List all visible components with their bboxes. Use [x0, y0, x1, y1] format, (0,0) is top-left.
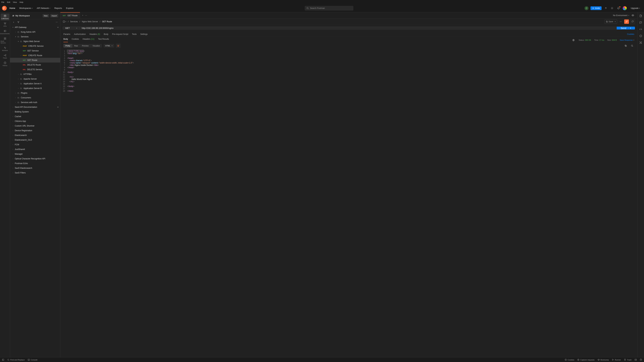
tree-app-b[interactable]: ›🗀Application Server B: [10, 86, 60, 91]
resize-icon[interactable]: [604, 6, 608, 10]
nav-workspaces[interactable]: Workspaces▾: [19, 7, 33, 9]
new-button[interactable]: New: [42, 14, 49, 17]
docs-icon[interactable]: [639, 13, 643, 18]
tab-params[interactable]: Params: [64, 33, 70, 35]
code-icon[interactable]: [639, 27, 643, 31]
nav-explore[interactable]: Explore: [66, 7, 74, 9]
menu-help[interactable]: Help: [20, 1, 23, 3]
global-search[interactable]: Search Postman: [305, 6, 353, 10]
tree-get-route[interactable]: GETGET Route: [10, 58, 60, 62]
sb-find-replace[interactable]: Find and Replace: [7, 359, 25, 361]
tree-app-a[interactable]: ›🗀Application Server A: [10, 81, 60, 86]
crumb-more-icon[interactable]: ⋯: [618, 19, 623, 24]
related-icon[interactable]: [639, 40, 643, 45]
menu-edit[interactable]: Edit: [7, 1, 10, 3]
tree-get-service[interactable]: GETGET Service: [10, 48, 60, 53]
filter-icon[interactable]: [17, 20, 20, 24]
tab-prerequest[interactable]: Pre-request Script: [112, 33, 128, 35]
tree-savd-elastic[interactable]: ›SavD Elasticsearch: [10, 166, 60, 170]
tab-settings[interactable]: Settings: [140, 33, 148, 35]
url-input[interactable]: [80, 27, 617, 29]
upgrade-button[interactable]: Upgrade▾: [629, 7, 642, 9]
response-body[interactable]: 1<!DOCTYPE html> 2<html lang="en"> 3 4<h…: [60, 49, 637, 357]
tree-services-auth[interactable]: ›🗀Services with Auth: [10, 100, 60, 105]
tree-savd-filters[interactable]: ›SavD Filters: [10, 170, 60, 175]
resp-tab-test-results[interactable]: Test Results: [98, 38, 109, 42]
notifications-icon[interactable]: [616, 6, 621, 10]
tree-bidding[interactable]: ›Bidding System: [10, 109, 60, 114]
resp-tab-body[interactable]: Body: [64, 38, 68, 42]
network-icon[interactable]: [571, 38, 576, 42]
sb-capture[interactable]: Capture requests: [577, 359, 594, 361]
cookies-link[interactable]: Cookies: [627, 33, 634, 35]
rail-flows[interactable]: Flows: [1, 53, 10, 60]
settings-icon[interactable]: [610, 6, 614, 10]
user-avatar[interactable]: [623, 6, 627, 10]
tree-plugins[interactable]: ›🗀Plugins: [10, 91, 60, 95]
crumb-services[interactable]: Services: [70, 20, 78, 23]
rail-environments[interactable]: Environments: [1, 29, 10, 35]
tree-savd-api[interactable]: ›Savd API Documentation★: [10, 105, 60, 109]
nav-home[interactable]: Home: [10, 7, 15, 9]
workspace-name[interactable]: My Workspace: [12, 14, 41, 17]
tree-delete-route[interactable]: DELDELETE Route: [10, 62, 60, 67]
send-button[interactable]: Send▾: [617, 27, 635, 29]
save-response[interactable]: Save Response▾: [620, 39, 634, 41]
tree-elastic[interactable]: ›Elasticsearch: [10, 133, 60, 138]
nav-api-network[interactable]: API Network▾: [37, 7, 50, 9]
wrap-lines-icon[interactable]: [116, 43, 120, 48]
method-select[interactable]: GET▾: [63, 27, 80, 29]
tree-justshareit[interactable]: ›JustShareIt: [10, 147, 60, 152]
tree-services[interactable]: ▾🗀Services: [10, 34, 60, 39]
search-response-icon[interactable]: [630, 43, 634, 48]
tab-headers[interactable]: Headers (6): [90, 33, 100, 35]
tree-cachet[interactable]: ›Cachet: [10, 114, 60, 119]
rail-apis[interactable]: APIs: [1, 21, 10, 28]
copy-icon[interactable]: [624, 43, 628, 48]
tree-postman-echo[interactable]: ›Postman Echo: [10, 161, 60, 166]
sb-layout-icon[interactable]: [634, 359, 637, 361]
tree-delete-service[interactable]: DELDELETE Service: [10, 67, 60, 72]
rail-monitors[interactable]: Monitors: [1, 45, 10, 52]
invite-button[interactable]: Invite: [590, 6, 602, 10]
tree-httpbin[interactable]: ›🗀HTTPBin: [10, 72, 60, 77]
star-icon[interactable]: ★: [57, 106, 59, 108]
new-tab-icon[interactable]: ＋: [82, 14, 84, 17]
add-icon[interactable]: ＋: [12, 20, 15, 24]
format-select[interactable]: HTML▾: [104, 44, 114, 48]
tree-create-service[interactable]: ›POSTCREATE Service: [10, 44, 60, 48]
nav-reports[interactable]: Reports: [54, 7, 62, 9]
tree-kong-admin[interactable]: ›🗀Kong Admin API: [10, 30, 60, 34]
menu-view[interactable]: View: [13, 1, 17, 3]
tree-fcm[interactable]: ›FCM: [10, 142, 60, 147]
rail-collections[interactable]: Collections: [1, 13, 10, 20]
view-preview[interactable]: Preview: [80, 44, 90, 48]
crumb-nginx[interactable]: Nginx Web Server: [82, 20, 98, 23]
tab-more-icon[interactable]: ⋯: [85, 14, 87, 16]
tree-create-route[interactable]: ›POSTCREATE Route: [10, 53, 60, 58]
view-raw[interactable]: Raw: [72, 44, 80, 48]
sb-bootcamp[interactable]: Bootcamp: [598, 359, 609, 361]
view-pretty[interactable]: Pretty: [64, 44, 72, 48]
tab-authorization[interactable]: Authorization: [74, 33, 86, 35]
request-type-icon[interactable]: ▾: [63, 19, 66, 24]
environment-select[interactable]: No Environment▾: [613, 14, 629, 16]
tab-body[interactable]: Body: [104, 33, 108, 35]
sb-sidebar-toggle[interactable]: [2, 359, 4, 361]
tree-consumers[interactable]: ›🗀Consumers: [10, 95, 60, 100]
tab-tests[interactable]: Tests: [132, 33, 137, 35]
comments-icon[interactable]: [639, 20, 643, 25]
tree-nginx[interactable]: ▾🗀Nginx Web Server: [10, 39, 60, 44]
tree-device-reg[interactable]: ›Device Registration: [10, 128, 60, 133]
sb-cookies[interactable]: Cookies: [565, 359, 574, 361]
quick-look-icon[interactable]: [630, 13, 635, 17]
sb-runner[interactable]: Runner: [612, 359, 621, 361]
import-button[interactable]: Import: [50, 14, 58, 17]
resp-tab-cookies[interactable]: Cookies: [72, 38, 79, 42]
tree-ocr[interactable]: ›Optical Character Recognition API: [10, 156, 60, 161]
postman-logo[interactable]: [2, 6, 7, 10]
more-icon[interactable]: ⋯: [55, 20, 58, 24]
resp-tab-headers[interactable]: Headers (11): [83, 38, 94, 42]
tab-get-route[interactable]: GETGET Route: [60, 12, 80, 18]
menu-file[interactable]: File: [1, 1, 4, 3]
